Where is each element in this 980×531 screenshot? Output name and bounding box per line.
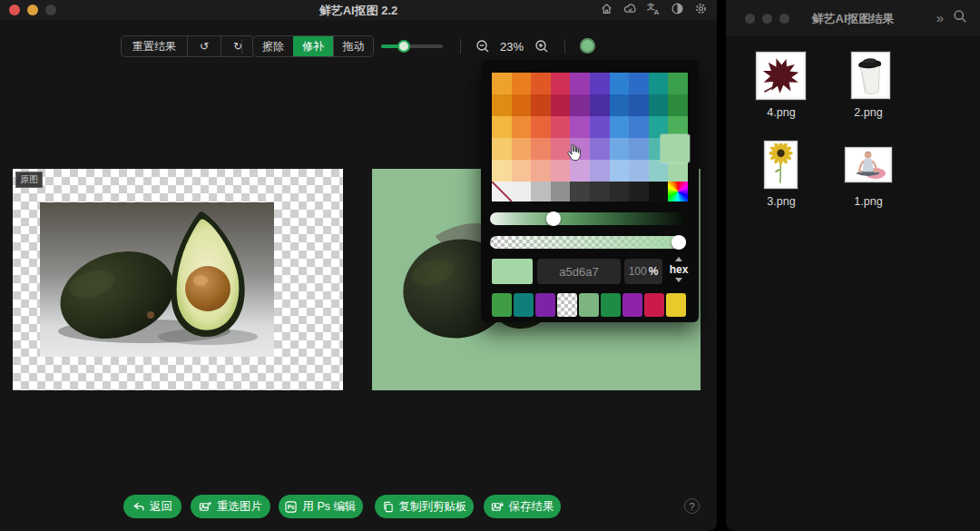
mode-drag[interactable]: 拖动 (333, 36, 373, 56)
search-icon[interactable] (953, 9, 967, 27)
palette-swatch[interactable] (531, 73, 551, 94)
edit-with-ps-button[interactable]: Ps 用 Ps 编辑 (279, 495, 363, 518)
palette-swatch[interactable] (551, 116, 571, 138)
brush-size-slider-handle[interactable] (397, 40, 410, 53)
zoom-out-button[interactable] (475, 39, 490, 54)
palette-swatch[interactable] (649, 160, 669, 182)
palette-swatch[interactable] (649, 94, 669, 116)
save-result-button[interactable]: 保存结果 (484, 495, 561, 518)
palette-swatch[interactable] (512, 73, 532, 94)
gray-swatch[interactable] (512, 182, 532, 202)
result-filename[interactable]: 4.png (754, 106, 808, 119)
palette-swatch[interactable] (551, 73, 571, 94)
minimize-button[interactable] (762, 14, 772, 24)
palette-swatch[interactable] (531, 138, 551, 160)
undo-button[interactable]: ↺ (187, 36, 220, 56)
gray-swatch[interactable] (649, 182, 669, 202)
palette-swatch[interactable] (668, 160, 688, 182)
palette-swatch[interactable] (610, 138, 630, 160)
format-down-caret[interactable] (675, 278, 682, 282)
gray-swatch[interactable] (668, 182, 688, 202)
opacity-input[interactable]: 100 % (624, 259, 662, 284)
close-button[interactable] (9, 5, 20, 15)
result-filename[interactable]: 3.png (754, 195, 808, 208)
gray-swatch[interactable] (492, 182, 512, 202)
translate-icon[interactable]: 文A (647, 2, 661, 15)
result-item-2[interactable] (851, 52, 890, 99)
result-item-1[interactable] (845, 147, 892, 182)
gray-swatch[interactable] (570, 182, 590, 202)
format-switcher[interactable]: hex (666, 255, 691, 284)
palette-swatch[interactable] (590, 73, 610, 94)
preset-swatch[interactable] (666, 293, 686, 317)
palette-swatch[interactable] (492, 73, 512, 94)
result-item-3[interactable] (764, 141, 798, 189)
palette-swatch[interactable] (629, 138, 649, 160)
fullscreen-button[interactable] (45, 5, 56, 15)
palette-swatch[interactable] (492, 116, 512, 138)
palette-swatch[interactable] (610, 73, 630, 94)
gray-swatch[interactable] (590, 182, 610, 202)
palette-swatch[interactable] (629, 94, 649, 116)
gray-swatch[interactable] (629, 182, 649, 202)
palette-swatch[interactable] (512, 94, 532, 116)
palette-swatch[interactable] (629, 73, 649, 94)
palette-swatch[interactable] (590, 116, 610, 138)
opacity-slider-handle[interactable] (671, 235, 686, 250)
sync-cloud-icon[interactable] (623, 2, 637, 15)
palette-swatch[interactable] (629, 116, 649, 138)
palette-swatch[interactable] (668, 94, 688, 116)
shade-slider[interactable] (490, 212, 686, 225)
palette-swatch[interactable] (531, 160, 551, 182)
palette-swatch[interactable] (590, 94, 610, 116)
palette-swatch[interactable] (590, 138, 610, 160)
palette-swatch[interactable] (551, 94, 571, 116)
help-button[interactable]: ? (684, 498, 700, 514)
palette-swatch[interactable] (570, 116, 590, 138)
minimize-button[interactable] (27, 5, 38, 15)
palette-swatch[interactable] (668, 73, 688, 94)
palette-swatch[interactable] (629, 160, 649, 182)
palette-swatch[interactable] (492, 138, 512, 160)
palette-swatch[interactable] (610, 94, 630, 116)
palette-swatch[interactable] (610, 160, 630, 182)
result-item-4[interactable] (756, 52, 806, 100)
background-color-button[interactable] (580, 38, 595, 54)
result-filename[interactable]: 1.png (841, 195, 896, 208)
collapse-chevrons-icon[interactable]: » (936, 9, 942, 27)
close-button[interactable] (745, 14, 755, 24)
palette-swatch[interactable] (590, 160, 610, 182)
back-button[interactable]: 返回 (123, 495, 181, 518)
reset-result-button[interactable]: 重置结果 (122, 36, 187, 56)
palette-swatch[interactable] (610, 116, 630, 138)
selected-color-swatch[interactable] (661, 134, 690, 162)
palette-swatch[interactable] (512, 116, 532, 138)
gray-swatch[interactable] (610, 182, 630, 202)
preset-swatch[interactable] (644, 293, 664, 317)
format-up-caret[interactable] (675, 257, 682, 261)
preset-swatch[interactable] (579, 293, 599, 317)
mode-repair[interactable]: 修补 (293, 36, 333, 56)
palette-swatch[interactable] (512, 160, 532, 182)
palette-swatch[interactable] (531, 116, 551, 138)
opacity-slider[interactable] (490, 236, 686, 249)
preset-swatch[interactable] (601, 293, 621, 317)
reselect-image-button[interactable]: 重选图片 (191, 495, 270, 518)
palette-swatch[interactable] (649, 73, 669, 94)
palette-swatch[interactable] (512, 138, 532, 160)
hex-input[interactable]: a5d6a7 (537, 259, 621, 284)
preset-swatch[interactable] (492, 293, 512, 317)
brush-size-slider[interactable] (381, 44, 443, 48)
preset-swatch[interactable] (514, 293, 534, 317)
palette-swatch[interactable] (492, 160, 512, 182)
gray-swatch[interactable] (551, 182, 571, 202)
gray-swatch[interactable] (531, 182, 551, 202)
home-icon[interactable] (600, 2, 613, 15)
theme-contrast-icon[interactable] (671, 2, 684, 15)
mode-erase[interactable]: 擦除 (253, 36, 293, 56)
preset-swatch[interactable] (622, 293, 642, 317)
preset-swatch[interactable] (557, 293, 577, 317)
redo-button[interactable]: ↻ (220, 36, 254, 56)
copy-to-clipboard-button[interactable]: 复制到剪贴板 (375, 495, 474, 518)
palette-swatch[interactable] (531, 94, 551, 116)
